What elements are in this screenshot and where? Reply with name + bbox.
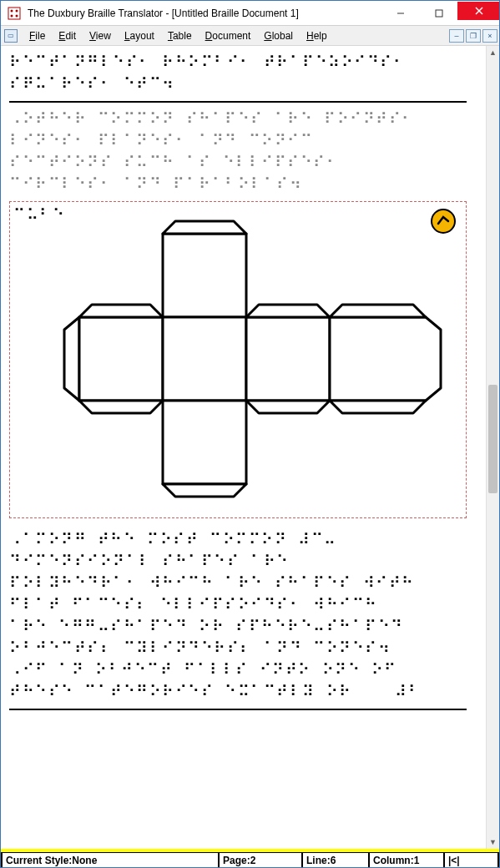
braille-line: ⠞⠓⠑⠎⠑ ⠉⠁⠞⠑⠛⠕⠗⠊⠑⠎ ⠑⠭⠁⠉⠞⠇⠽ ⠕⠗ ⠼⠃ bbox=[9, 682, 477, 704]
maximize-button[interactable] bbox=[419, 4, 457, 23]
svg-rect-13 bbox=[163, 317, 246, 401]
braille-line: ⠋⠇⠁⠞ ⠋⠁⠉⠑⠎⠆ ⠑⠇⠇⠊⠏⠎⠕⠊⠙⠎⠂ ⠺⠓⠊⠉⠓ bbox=[9, 595, 477, 617]
svg-marker-15 bbox=[330, 317, 441, 401]
mdi-minimize-button[interactable]: – bbox=[449, 29, 464, 43]
document-view[interactable]: ⠗⠑⠉⠞⠁⠝⠛⠇⠑⠎⠂ ⠗⠓⠕⠍⠃⠊⠂ ⠞⠗⠁⠏⠑⠵⠕⠊⠙⠎⠂ ⠎⠟⠥⠁⠗⠑⠎⠂… bbox=[1, 46, 486, 849]
status-line: Line:6 bbox=[303, 853, 370, 867]
menu-help[interactable]: Help bbox=[300, 28, 334, 44]
svg-marker-10 bbox=[163, 221, 246, 234]
braille-line: ⠠⠁⠍⠕⠝⠛ ⠞⠓⠑ ⠍⠕⠎⠞ ⠉⠕⠍⠍⠕⠝ ⠼⠉⠤ bbox=[9, 530, 477, 552]
scroll-up-button[interactable]: ▲ bbox=[487, 46, 499, 59]
cube-net-graphic bbox=[42, 217, 451, 509]
braille-line: ⠉⠊⠗⠉⠇⠑⠎⠂ ⠁⠝⠙ ⠏⠁⠗⠁⠃⠕⠇⠁⠎⠲ bbox=[9, 174, 477, 196]
menu-view[interactable]: View bbox=[83, 28, 118, 44]
svg-point-1 bbox=[11, 9, 13, 12]
client-area: ⠗⠑⠉⠞⠁⠝⠛⠇⠑⠎⠂ ⠗⠓⠕⠍⠃⠊⠂ ⠞⠗⠁⠏⠑⠵⠕⠊⠙⠎⠂ ⠎⠟⠥⠁⠗⠑⠎⠂… bbox=[1, 46, 499, 867]
embedded-image-box[interactable]: ⠉⠥⠃⠑ bbox=[9, 201, 467, 518]
status-column: Column:1 bbox=[370, 853, 445, 867]
svg-point-3 bbox=[11, 14, 13, 17]
svg-marker-20 bbox=[330, 401, 426, 413]
svg-rect-9 bbox=[163, 234, 246, 317]
scrollbar-thumb[interactable] bbox=[488, 385, 497, 493]
mdi-restore-button[interactable]: ❐ bbox=[466, 29, 481, 43]
menu-table[interactable]: Table bbox=[161, 28, 199, 44]
svg-marker-17 bbox=[246, 305, 330, 317]
svg-marker-23 bbox=[246, 401, 330, 413]
status-page: Page:2 bbox=[220, 853, 303, 867]
svg-marker-22 bbox=[163, 484, 246, 497]
braille-line: ⠗⠑⠉⠞⠁⠝⠛⠇⠑⠎⠂ ⠗⠓⠕⠍⠃⠊⠂ ⠞⠗⠁⠏⠑⠵⠕⠊⠙⠎⠂ bbox=[9, 53, 477, 74]
menu-layout[interactable]: Layout bbox=[118, 28, 161, 44]
braille-line: ⠙⠊⠍⠑⠝⠎⠊⠕⠝⠁⠇ ⠎⠓⠁⠏⠑⠎ ⠁⠗⠑ bbox=[9, 552, 477, 573]
svg-marker-11 bbox=[64, 317, 79, 401]
svg-rect-0 bbox=[8, 8, 20, 19]
svg-rect-12 bbox=[79, 317, 163, 401]
svg-marker-18 bbox=[330, 305, 426, 317]
menu-document[interactable]: Document bbox=[199, 28, 258, 44]
scrollbar-track[interactable] bbox=[487, 59, 499, 835]
svg-marker-19 bbox=[79, 401, 163, 413]
app-icon bbox=[8, 7, 21, 20]
braille-line: ⠕⠃⠚⠑⠉⠞⠎⠆ ⠉⠽⠇⠊⠝⠙⠑⠗⠎⠆ ⠁⠝⠙ ⠉⠕⠝⠑⠎⠲ bbox=[9, 638, 477, 660]
svg-point-2 bbox=[16, 9, 18, 12]
menu-bar: ▭ File Edit View Layout Table Document G… bbox=[1, 26, 499, 46]
window-title: The Duxbury Braille Translator - [Untitl… bbox=[26, 8, 381, 19]
svg-rect-21 bbox=[163, 401, 246, 484]
status-style: Current Style: None bbox=[1, 853, 220, 867]
menu-edit[interactable]: Edit bbox=[52, 28, 83, 44]
braille-line: ⠇⠊⠝⠑⠎⠂ ⠏⠇⠁⠝⠑⠎⠂ ⠁⠝⠙ ⠉⠕⠝⠊⠉ bbox=[9, 131, 477, 153]
braille-line: ⠎⠑⠉⠞⠊⠕⠝⠎ ⠎⠥⠉⠓ ⠁⠎ ⠑⠇⠇⠊⠏⠎⠑⠎⠂ bbox=[9, 153, 477, 174]
close-button[interactable] bbox=[457, 2, 499, 20]
menu-global[interactable]: Global bbox=[257, 28, 300, 44]
vertical-scrollbar[interactable]: ▲ ▼ bbox=[486, 46, 499, 849]
braille-line: ⠏⠕⠇⠽⠓⠑⠙⠗⠁⠂ ⠺⠓⠊⠉⠓ ⠁⠗⠑ ⠎⠓⠁⠏⠑⠎ ⠺⠊⠞⠓ bbox=[9, 573, 477, 595]
braille-line: ⠁⠗⠑ ⠑⠛⠛⠤⠎⠓⠁⠏⠑⠙ ⠕⠗ ⠎⠏⠓⠑⠗⠑⠤⠎⠓⠁⠏⠑⠙ bbox=[9, 617, 477, 638]
mdi-close-button[interactable]: × bbox=[482, 29, 497, 43]
horizontal-rule bbox=[9, 709, 467, 710]
mdi-document-icon[interactable]: ▭ bbox=[4, 29, 18, 43]
minimize-button[interactable] bbox=[381, 4, 419, 23]
scroll-down-button[interactable]: ▼ bbox=[487, 835, 499, 849]
svg-rect-6 bbox=[436, 10, 442, 17]
menu-file[interactable]: File bbox=[23, 28, 52, 44]
horizontal-rule bbox=[9, 101, 467, 103]
svg-rect-14 bbox=[246, 317, 330, 401]
svg-point-4 bbox=[16, 14, 18, 17]
status-keys: |<| bbox=[445, 853, 499, 867]
braille-line: ⠠⠕⠞⠓⠑⠗ ⠉⠕⠍⠍⠕⠝ ⠎⠓⠁⠏⠑⠎ ⠁⠗⠑ ⠏⠕⠊⠝⠞⠎⠂ bbox=[9, 109, 477, 131]
svg-marker-16 bbox=[79, 305, 163, 317]
title-bar: The Duxbury Braille Translator - [Untitl… bbox=[1, 1, 499, 26]
braille-line: ⠎⠟⠥⠁⠗⠑⠎⠂ ⠑⠞⠉⠲ bbox=[9, 74, 477, 96]
status-bar: Current Style: None Page:2 Line:6 Column… bbox=[1, 849, 499, 867]
braille-line: ⠠⠊⠋ ⠁⠝ ⠕⠃⠚⠑⠉⠞ ⠋⠁⠇⠇⠎ ⠊⠝⠞⠕ ⠕⠝⠑ ⠕⠋ bbox=[9, 660, 477, 682]
